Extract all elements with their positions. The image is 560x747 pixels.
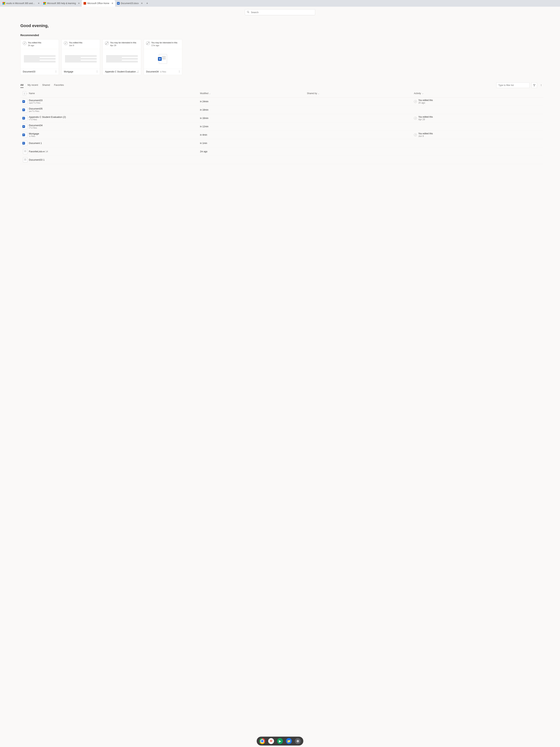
card-sub: 's Files: [160, 71, 166, 73]
play-app-icon[interactable]: ▶: [277, 738, 283, 744]
new-tab-button[interactable]: +: [144, 0, 150, 7]
card-title: Document33: [23, 70, 35, 73]
card-thumbnail: [21, 49, 59, 69]
file-row[interactable]: Document33 1: [20, 156, 543, 164]
close-icon[interactable]: ✕: [141, 2, 143, 5]
file-icon-cell: W: [22, 140, 29, 146]
file-location: oper7's Files: [29, 102, 200, 104]
file-row[interactable]: WDocument35per7's Filesin 18min: [20, 106, 543, 114]
filter-button[interactable]: [532, 82, 537, 88]
activity-text: You edited this2h ago: [418, 99, 433, 104]
chevron-down-icon: ⌄: [209, 93, 211, 95]
file-title: Mortgage: [29, 132, 200, 135]
more-icon[interactable]: ⋮: [178, 70, 181, 73]
list-tab-favorites[interactable]: Favorites: [54, 82, 64, 88]
file-row[interactable]: WAppendix C Student Evaluation (2)r7's F…: [20, 114, 543, 123]
card-line1: You may be interested in this: [110, 41, 136, 44]
file-icon-cell: W: [22, 107, 29, 112]
microsoft-icon: [43, 2, 46, 5]
file-title: Document 1: [29, 142, 200, 145]
search-input[interactable]: Search: [245, 9, 315, 15]
column-activity[interactable]: Activity ⌄: [414, 92, 542, 95]
list-tab-shared[interactable]: Shared: [42, 82, 50, 88]
recommended-card[interactable]: You edited this2h agoDocument33⋮: [20, 39, 59, 75]
card-thumbnail: [62, 49, 100, 69]
funnel-icon: [533, 84, 536, 86]
column-type[interactable]: ⌄: [22, 91, 29, 96]
file-icon: [23, 149, 27, 154]
microsoft-icon: [3, 2, 5, 5]
file-modified-cell: in 4min: [200, 134, 307, 136]
list-controls: AllMy recentSharedFavorites Type to filt…: [20, 82, 543, 88]
browser-tab[interactable]: Microsoft Office Home✕: [82, 0, 115, 7]
card-line1: You edited this: [69, 41, 82, 44]
svg-point-0: [247, 11, 249, 12]
card-header: You may be interested in this17m ago: [144, 40, 182, 49]
greeting-heading: Good evening,: [20, 23, 543, 28]
file-title: Document34: [29, 124, 200, 127]
card-footer: Document34's Files⋮: [144, 69, 182, 75]
doc-preview: [24, 55, 56, 62]
settings-app-icon[interactable]: ⚙: [295, 738, 301, 744]
browser-tab[interactable]: WDocument33.docx✕: [115, 0, 144, 7]
file-row[interactable]: WDocument 1in 1min: [20, 139, 543, 148]
search-placeholder: Search: [251, 11, 259, 14]
word-icon: W: [117, 2, 119, 5]
file-location: r7's Files: [29, 119, 200, 121]
recommended-card[interactable]: You edited thisJun 9Mortgage⋮: [61, 39, 100, 75]
list-tab-my-recent[interactable]: My recent: [28, 82, 38, 88]
file-modified-cell: in 16min: [200, 117, 307, 120]
file-list: ⌄ Name Modified ⌄ Shared by ⌄ Activity ⌄…: [20, 89, 543, 164]
column-name[interactable]: Name: [29, 92, 200, 95]
file-row[interactable]: WDocument34r7's Filesin 12min: [20, 123, 543, 131]
more-icon[interactable]: ⋮: [55, 70, 57, 73]
card-title: Mortgage: [64, 70, 73, 73]
scroll-top-button[interactable]: ↑: [539, 82, 543, 88]
file-icon-cell: W: [22, 115, 29, 121]
browser-tab[interactable]: esults in Microsoft 365 and Of✕: [1, 0, 42, 7]
card-header-text: You edited thisJun 9: [69, 41, 82, 47]
close-icon[interactable]: ✕: [78, 2, 80, 5]
word-icon: W: [23, 107, 27, 112]
activity-cell: You edited this2h ago: [414, 99, 433, 104]
column-sharedby[interactable]: Shared by ⌄: [307, 92, 414, 95]
file-row[interactable]: FavoriteLists-e 142m ago: [20, 148, 543, 156]
file-title: Document33 1: [29, 158, 200, 161]
word-icon: W: [23, 115, 27, 121]
top-bar: Search: [0, 7, 560, 18]
doc-preview: [106, 55, 138, 62]
file-name-cell: FavoriteLists-e 14: [29, 150, 200, 153]
file-location: r7's Files: [29, 127, 200, 129]
close-icon[interactable]: ✕: [111, 2, 113, 5]
file-name-cell: Document33oper7's Files: [29, 99, 200, 104]
filter-area: Type to filter list ↑: [496, 82, 543, 88]
activity-text: You edited thisApr 29: [418, 115, 433, 121]
card-footer: Mortgage⋮: [62, 69, 100, 75]
file-icon: [23, 91, 26, 96]
filter-input[interactable]: Type to filter list: [496, 82, 530, 88]
column-modified[interactable]: Modified ⌄: [200, 92, 307, 95]
card-thumbnail: [103, 49, 141, 69]
file-icon-cell: W: [22, 124, 29, 129]
close-icon[interactable]: ✕: [38, 2, 39, 5]
recommended-card[interactable]: You may be interested in thisApr 29Appen…: [103, 39, 141, 75]
list-tab-all[interactable]: All: [20, 82, 24, 88]
file-row[interactable]: WMortgage's Filesin 4minYou edited thisJ…: [20, 131, 543, 139]
card-line2: Jun 9: [69, 44, 82, 47]
more-icon[interactable]: ⋮: [137, 70, 139, 73]
card-title: Appendix C Student Evaluation (2): [105, 70, 139, 73]
gmail-app-icon[interactable]: M: [268, 738, 274, 744]
file-row[interactable]: WDocument33oper7's Filesin 24minYou edit…: [20, 98, 543, 106]
file-modified-cell: in 1min: [200, 142, 307, 145]
chrome-app-icon[interactable]: [259, 738, 265, 744]
word-doc-icon: W: [159, 54, 167, 64]
files-app-icon[interactable]: 📁: [286, 738, 292, 744]
card-footer: Document33⋮: [21, 69, 59, 75]
card-line2: 17m ago: [151, 44, 178, 47]
file-location: 's Files: [29, 135, 200, 137]
recommended-card[interactable]: You may be interested in this17m agoWDoc…: [144, 39, 182, 75]
file-icon: [23, 157, 27, 162]
more-icon[interactable]: ⋮: [96, 70, 98, 73]
browser-tab[interactable]: Microsoft 365 help & learning✕: [42, 0, 82, 7]
arrow-up-icon: ↑: [540, 83, 542, 87]
